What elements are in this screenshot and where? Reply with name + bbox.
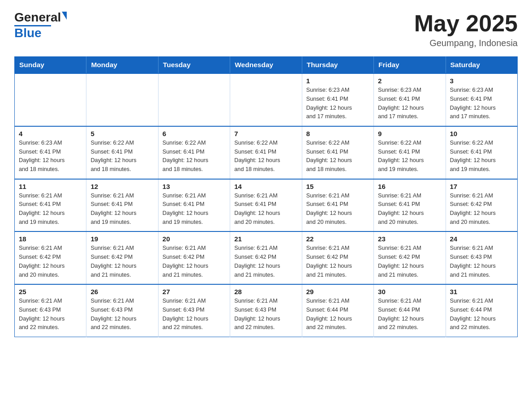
logo-text-general: General [14, 11, 61, 25]
day-number: 31 [450, 288, 513, 295]
calendar-title: May 2025 [414, 11, 518, 36]
day-number: 11 [19, 183, 82, 190]
weekday-header-friday: Friday [374, 57, 446, 74]
calendar-week-row: 11Sunrise: 6:21 AMSunset: 6:41 PMDayligh… [15, 179, 518, 232]
day-number: 20 [163, 235, 226, 243]
calendar-cell: 13Sunrise: 6:21 AMSunset: 6:41 PMDayligh… [158, 179, 230, 232]
weekday-header-thursday: Thursday [302, 57, 373, 74]
calendar-cell: 28Sunrise: 6:21 AMSunset: 6:43 PMDayligh… [230, 284, 302, 337]
day-number: 27 [163, 288, 226, 295]
day-info: Sunrise: 6:21 AMSunset: 6:43 PMDaylight:… [163, 297, 226, 332]
day-number: 15 [306, 183, 369, 190]
day-number: 14 [234, 183, 297, 190]
day-number: 3 [450, 77, 513, 85]
calendar-cell: 18Sunrise: 6:21 AMSunset: 6:42 PMDayligh… [15, 231, 86, 284]
weekday-header-wednesday: Wednesday [230, 57, 302, 74]
calendar-cell: 15Sunrise: 6:21 AMSunset: 6:41 PMDayligh… [302, 179, 373, 232]
day-info: Sunrise: 6:21 AMSunset: 6:44 PMDaylight:… [378, 297, 441, 332]
day-number: 23 [378, 235, 441, 243]
weekday-header-monday: Monday [86, 57, 158, 74]
day-info: Sunrise: 6:21 AMSunset: 6:41 PMDaylight:… [19, 192, 82, 227]
day-info: Sunrise: 6:21 AMSunset: 6:42 PMDaylight:… [450, 192, 513, 227]
calendar-cell [230, 73, 302, 126]
day-number: 18 [19, 235, 82, 243]
calendar-cell: 6Sunrise: 6:22 AMSunset: 6:41 PMDaylight… [158, 126, 230, 179]
calendar-cell: 29Sunrise: 6:21 AMSunset: 6:44 PMDayligh… [302, 284, 373, 337]
day-number: 21 [234, 235, 297, 243]
calendar-cell: 22Sunrise: 6:21 AMSunset: 6:42 PMDayligh… [302, 231, 373, 284]
day-info: Sunrise: 6:21 AMSunset: 6:43 PMDaylight:… [19, 297, 82, 332]
day-info: Sunrise: 6:21 AMSunset: 6:42 PMDaylight:… [306, 244, 369, 279]
day-number: 17 [450, 183, 513, 190]
calendar-cell: 5Sunrise: 6:22 AMSunset: 6:41 PMDaylight… [86, 126, 158, 179]
calendar-week-row: 1Sunrise: 6:23 AMSunset: 6:41 PMDaylight… [15, 73, 518, 126]
logo-triangle-icon [62, 12, 67, 20]
logo: General Blue [14, 11, 67, 40]
calendar-cell: 26Sunrise: 6:21 AMSunset: 6:43 PMDayligh… [86, 284, 158, 337]
day-info: Sunrise: 6:21 AMSunset: 6:43 PMDaylight:… [90, 297, 154, 332]
day-number: 22 [306, 235, 369, 243]
day-number: 25 [19, 288, 82, 295]
day-number: 1 [306, 77, 369, 85]
calendar-cell: 12Sunrise: 6:21 AMSunset: 6:41 PMDayligh… [86, 179, 158, 232]
day-info: Sunrise: 6:21 AMSunset: 6:41 PMDaylight:… [90, 192, 154, 227]
day-number: 12 [90, 183, 154, 190]
calendar-cell: 24Sunrise: 6:21 AMSunset: 6:43 PMDayligh… [446, 231, 517, 284]
day-number: 2 [378, 77, 441, 85]
page-header: General Blue May 2025 Geumpang, Indonesi… [14, 11, 518, 48]
weekday-header-saturday: Saturday [446, 57, 517, 74]
day-number: 24 [450, 235, 513, 243]
day-info: Sunrise: 6:22 AMSunset: 6:41 PMDaylight:… [378, 139, 441, 174]
day-info: Sunrise: 6:21 AMSunset: 6:43 PMDaylight:… [450, 244, 513, 279]
day-info: Sunrise: 6:23 AMSunset: 6:41 PMDaylight:… [378, 86, 441, 121]
day-number: 4 [19, 130, 82, 137]
day-number: 6 [163, 130, 226, 137]
calendar-cell: 10Sunrise: 6:22 AMSunset: 6:41 PMDayligh… [446, 126, 517, 179]
weekday-header-sunday: Sunday [15, 57, 86, 74]
day-number: 8 [306, 130, 369, 137]
calendar-cell: 19Sunrise: 6:21 AMSunset: 6:42 PMDayligh… [86, 231, 158, 284]
calendar-cell: 17Sunrise: 6:21 AMSunset: 6:42 PMDayligh… [446, 179, 517, 232]
day-number: 13 [163, 183, 226, 190]
logo-text-blue: Blue [14, 26, 42, 40]
calendar-cell: 9Sunrise: 6:22 AMSunset: 6:41 PMDaylight… [374, 126, 446, 179]
day-info: Sunrise: 6:23 AMSunset: 6:41 PMDaylight:… [19, 139, 82, 174]
calendar-cell [86, 73, 158, 126]
day-info: Sunrise: 6:21 AMSunset: 6:42 PMDaylight:… [19, 244, 82, 279]
calendar-cell: 8Sunrise: 6:22 AMSunset: 6:41 PMDaylight… [302, 126, 373, 179]
weekday-header-tuesday: Tuesday [158, 57, 230, 74]
day-number: 28 [234, 288, 297, 295]
day-info: Sunrise: 6:21 AMSunset: 6:43 PMDaylight:… [234, 297, 297, 332]
day-info: Sunrise: 6:22 AMSunset: 6:41 PMDaylight:… [163, 139, 226, 174]
calendar-header-row: SundayMondayTuesdayWednesdayThursdayFrid… [15, 57, 518, 74]
day-info: Sunrise: 6:21 AMSunset: 6:44 PMDaylight:… [450, 297, 513, 332]
day-info: Sunrise: 6:21 AMSunset: 6:41 PMDaylight:… [306, 192, 369, 227]
calendar-cell [15, 73, 86, 126]
day-info: Sunrise: 6:21 AMSunset: 6:42 PMDaylight:… [234, 244, 297, 279]
day-info: Sunrise: 6:21 AMSunset: 6:44 PMDaylight:… [306, 297, 369, 332]
calendar-week-row: 4Sunrise: 6:23 AMSunset: 6:41 PMDaylight… [15, 126, 518, 179]
day-info: Sunrise: 6:21 AMSunset: 6:41 PMDaylight:… [163, 192, 226, 227]
calendar-cell: 27Sunrise: 6:21 AMSunset: 6:43 PMDayligh… [158, 284, 230, 337]
calendar-cell: 31Sunrise: 6:21 AMSunset: 6:44 PMDayligh… [446, 284, 517, 337]
calendar-cell: 3Sunrise: 6:23 AMSunset: 6:41 PMDaylight… [446, 73, 517, 126]
calendar-cell: 7Sunrise: 6:22 AMSunset: 6:41 PMDaylight… [230, 126, 302, 179]
calendar-table: SundayMondayTuesdayWednesdayThursdayFrid… [14, 56, 518, 337]
calendar-cell: 16Sunrise: 6:21 AMSunset: 6:41 PMDayligh… [374, 179, 446, 232]
day-info: Sunrise: 6:23 AMSunset: 6:41 PMDaylight:… [306, 86, 369, 121]
day-info: Sunrise: 6:21 AMSunset: 6:42 PMDaylight:… [378, 244, 441, 279]
calendar-cell: 2Sunrise: 6:23 AMSunset: 6:41 PMDaylight… [374, 73, 446, 126]
calendar-subtitle: Geumpang, Indonesia [414, 38, 518, 48]
calendar-cell: 23Sunrise: 6:21 AMSunset: 6:42 PMDayligh… [374, 231, 446, 284]
day-number: 29 [306, 288, 369, 295]
day-info: Sunrise: 6:22 AMSunset: 6:41 PMDaylight:… [234, 139, 297, 174]
calendar-cell [158, 73, 230, 126]
day-info: Sunrise: 6:22 AMSunset: 6:41 PMDaylight:… [90, 139, 154, 174]
calendar-cell: 1Sunrise: 6:23 AMSunset: 6:41 PMDaylight… [302, 73, 373, 126]
day-number: 9 [378, 130, 441, 137]
day-info: Sunrise: 6:21 AMSunset: 6:42 PMDaylight:… [163, 244, 226, 279]
day-number: 16 [378, 183, 441, 190]
calendar-cell: 21Sunrise: 6:21 AMSunset: 6:42 PMDayligh… [230, 231, 302, 284]
calendar-cell: 11Sunrise: 6:21 AMSunset: 6:41 PMDayligh… [15, 179, 86, 232]
day-number: 7 [234, 130, 297, 137]
